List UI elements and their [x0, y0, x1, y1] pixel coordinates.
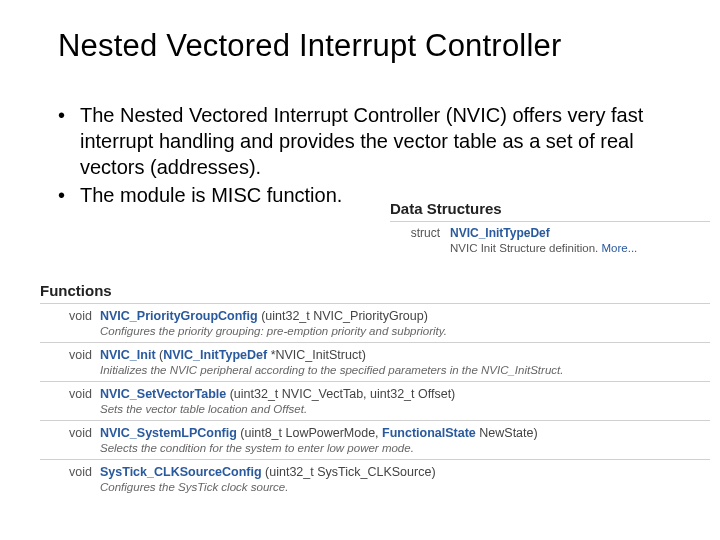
struct-type-link[interactable]: NVIC_InitTypeDef [450, 226, 550, 240]
function-params: (uint32_t NVIC_VectTab, uint32_t Offset) [226, 387, 455, 401]
function-desc-row: Selects the condition for the system to … [40, 442, 710, 460]
return-type: void [40, 343, 96, 365]
function-description: Selects the condition for the system to … [96, 442, 710, 460]
return-type: void [40, 460, 96, 482]
function-description: Configures the priority grouping: pre-em… [96, 325, 710, 343]
function-desc-row: Initializes the NVIC peripheral accordin… [40, 364, 710, 382]
return-type: void [40, 421, 96, 443]
function-row: void NVIC_SetVectorTable (uint32_t NVIC_… [40, 382, 710, 404]
function-name-link[interactable]: NVIC_SetVectorTable [100, 387, 226, 401]
function-row: void SysTick_CLKSourceConfig (uint32_t S… [40, 460, 710, 482]
param-type-link[interactable]: FunctionalState [382, 426, 476, 440]
function-name-link[interactable]: SysTick_CLKSourceConfig [100, 465, 262, 479]
function-params: (uint32_t NVIC_PriorityGroup) [258, 309, 428, 323]
data-structures-heading: Data Structures [390, 200, 710, 217]
function-row: void NVIC_Init (NVIC_InitTypeDef *NVIC_I… [40, 343, 710, 365]
function-desc-row: Configures the priority grouping: pre-em… [40, 325, 710, 343]
functions-table: void NVIC_PriorityGroupConfig (uint32_t … [40, 303, 710, 498]
data-structures-box: Data Structures struct NVIC_InitTypeDef … [390, 200, 710, 254]
struct-keyword: struct [390, 226, 440, 240]
function-params-open: (uint8_t LowPowerMode, [237, 426, 382, 440]
function-description: Initializes the NVIC peripheral accordin… [96, 364, 710, 382]
functions-heading: Functions [40, 282, 710, 299]
struct-description: NVIC Init Structure definition. More... [390, 242, 710, 254]
function-name-link[interactable]: NVIC_Init [100, 348, 156, 362]
more-link[interactable]: More... [602, 242, 638, 254]
data-structure-row: struct NVIC_InitTypeDef [390, 221, 710, 242]
function-params-close: NewState) [476, 426, 538, 440]
function-name-link[interactable]: NVIC_PriorityGroupConfig [100, 309, 258, 323]
function-row: void NVIC_PriorityGroupConfig (uint32_t … [40, 304, 710, 326]
function-params: (uint32_t SysTick_CLKSource) [262, 465, 436, 479]
function-params-close: *NVIC_InitStruct) [267, 348, 366, 362]
slide-title: Nested Vectored Interrupt Controller [0, 0, 720, 76]
function-desc-row: Sets the vector table location and Offse… [40, 403, 710, 421]
function-name-link[interactable]: NVIC_SystemLPConfig [100, 426, 237, 440]
bullet-list: The Nested Vectored Interrupt Controller… [0, 76, 720, 208]
function-description: Sets the vector table location and Offse… [96, 403, 710, 421]
function-row: void NVIC_SystemLPConfig (uint8_t LowPow… [40, 421, 710, 443]
functions-box: Functions void NVIC_PriorityGroupConfig … [40, 282, 710, 498]
function-description: Configures the SysTick clock source. [96, 481, 710, 498]
function-desc-row: Configures the SysTick clock source. [40, 481, 710, 498]
return-type: void [40, 382, 96, 404]
struct-desc-text: NVIC Init Structure definition. [450, 242, 598, 254]
bullet-item: The Nested Vectored Interrupt Controller… [50, 102, 670, 180]
param-type-link[interactable]: NVIC_InitTypeDef [163, 348, 267, 362]
return-type: void [40, 304, 96, 326]
